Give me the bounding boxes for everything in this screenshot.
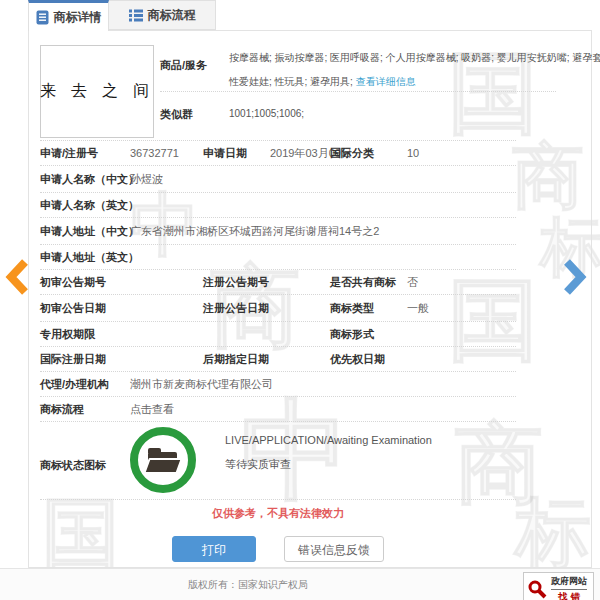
chevron-left-icon bbox=[5, 258, 29, 296]
field-label: 国际分类 bbox=[330, 141, 374, 165]
field-label: 商标流程 bbox=[40, 397, 84, 421]
trademark-text: 来 去 之 间 bbox=[40, 81, 154, 102]
field-label: 申请日期 bbox=[203, 141, 247, 165]
field-value: 孙煜波 bbox=[130, 166, 163, 192]
goods-line2-text: 性爱娃娃; 性玩具; 避孕用具; bbox=[229, 76, 356, 87]
table-row: 专用权期限 商标形式 bbox=[40, 322, 516, 347]
field-label: 申请人地址（中文） bbox=[40, 218, 139, 244]
field-label: 国际注册日期 bbox=[40, 347, 106, 371]
goods-line1: 按摩器械; 振动按摩器; 医用呼吸器; 个人用按摩器械; 吸奶器; 婴儿用安抚奶… bbox=[229, 51, 600, 65]
field-value: 潮州市新麦商标代理有限公司 bbox=[130, 372, 273, 396]
field-label: 申请人名称（中文） bbox=[40, 166, 139, 192]
tab-label: 商标详情 bbox=[54, 9, 102, 26]
status-row: 商标状态图标 LIVE/APPLICATION/Awaiting Examina… bbox=[40, 422, 516, 500]
similar-group-value: 1001;1005;1006; bbox=[229, 108, 304, 119]
field-label: 注册公告日期 bbox=[203, 295, 269, 321]
print-button[interactable]: 打印 bbox=[172, 536, 256, 562]
table-row: 申请/注册号 36732771 申请日期 2019年03月09日 国际分类 10 bbox=[40, 141, 516, 166]
copyright-text: 版权所有：国家知识产权局 bbox=[28, 578, 468, 592]
field-label: 商标类型 bbox=[330, 295, 374, 321]
field-value: 一般 bbox=[407, 295, 429, 321]
goods-label: 商品/服务 bbox=[160, 58, 207, 73]
error-feedback-button[interactable]: 错误信息反馈 bbox=[284, 536, 384, 562]
field-label: 申请/注册号 bbox=[40, 141, 98, 165]
field-value: 10 bbox=[407, 141, 419, 165]
tab-trademark-process[interactable]: 商标流程 bbox=[109, 0, 216, 30]
tab-label: 商标流程 bbox=[148, 7, 196, 24]
field-label: 是否共有商标 bbox=[330, 270, 396, 294]
goods-line2: 性爱娃娃; 性玩具; 避孕用具; 查看详细信息 bbox=[229, 75, 416, 89]
list-icon bbox=[129, 9, 143, 22]
action-buttons: 打印 错误信息反馈 bbox=[40, 536, 516, 562]
table-row: 初审公告期号 注册公告期号 是否共有商标 否 bbox=[40, 270, 516, 295]
disclaimer-text: 仅供参考，不具有法律效力 bbox=[40, 500, 516, 526]
next-arrow-button[interactable] bbox=[563, 258, 587, 296]
status-folder-icon bbox=[130, 427, 196, 493]
field-label: 商标状态图标 bbox=[40, 458, 106, 473]
field-value: 广东省潮州市湘桥区环城西路河尾街谢厝祠14号之2 bbox=[130, 218, 379, 244]
table-row: 申请人地址（英文） bbox=[40, 245, 516, 270]
trademark-detail-page: 国 商 标 中 商 国 中 商 标 国 商标详情 商标流程 来 bbox=[0, 0, 600, 600]
gov-website-error-badge[interactable]: 政府网站 找错 bbox=[523, 572, 594, 600]
field-label: 专用权期限 bbox=[40, 322, 95, 346]
magnifier-icon bbox=[527, 579, 547, 600]
badge-top-text: 政府网站 bbox=[551, 575, 587, 590]
field-value: 36732771 bbox=[130, 141, 179, 165]
field-label: 申请人地址（英文） bbox=[40, 245, 139, 269]
table-row: 商标流程 点击查看 bbox=[40, 397, 516, 422]
field-label: 后期指定日期 bbox=[203, 347, 269, 371]
field-label: 优先权日期 bbox=[330, 347, 385, 371]
tab-trademark-detail[interactable]: 商标详情 bbox=[28, 0, 109, 31]
similar-group-label: 类似群 bbox=[160, 107, 193, 122]
folder-icon bbox=[145, 448, 181, 475]
field-label: 商标形式 bbox=[330, 322, 374, 346]
table-row: 申请人名称（中文） 孙煜波 bbox=[40, 166, 516, 193]
field-value: 否 bbox=[407, 270, 418, 294]
click-to-view-link[interactable]: 点击查看 bbox=[130, 397, 174, 421]
table-row: 国际注册日期 后期指定日期 优先权日期 bbox=[40, 347, 516, 372]
previous-arrow-button[interactable] bbox=[5, 258, 29, 296]
field-label: 初审公告期号 bbox=[40, 270, 106, 294]
view-detail-link[interactable]: 查看详细信息 bbox=[356, 76, 416, 87]
table-row: 申请人名称（英文） bbox=[40, 193, 516, 218]
detail-table: 申请/注册号 36732771 申请日期 2019年03月09日 国际分类 10… bbox=[40, 140, 516, 526]
table-row: 代理/办理机构 潮州市新麦商标代理有限公司 bbox=[40, 372, 516, 397]
status-line-en: LIVE/APPLICATION/Awaiting Examination bbox=[225, 434, 432, 446]
field-label: 注册公告期号 bbox=[203, 270, 269, 294]
field-label: 申请人名称（英文） bbox=[40, 193, 139, 217]
trademark-image: 来 去 之 间 bbox=[40, 45, 154, 138]
status-line-cn: 等待实质审查 bbox=[225, 458, 291, 470]
chevron-right-icon bbox=[563, 258, 587, 296]
footer: 版权所有：国家知识产权局 政府网站 找错 bbox=[0, 568, 600, 600]
document-icon bbox=[36, 10, 49, 25]
badge-text: 政府网站 找错 bbox=[551, 575, 587, 600]
field-label: 代理/办理机构 bbox=[40, 372, 109, 396]
field-label: 初审公告日期 bbox=[40, 295, 106, 321]
badge-bottom-text: 找错 bbox=[555, 591, 583, 600]
table-row: 申请人地址（中文） 广东省潮州市湘桥区环城西路河尾街谢厝祠14号之2 bbox=[40, 218, 516, 245]
divider bbox=[160, 91, 556, 92]
table-row: 初审公告日期 注册公告日期 商标类型 一般 bbox=[40, 295, 516, 322]
